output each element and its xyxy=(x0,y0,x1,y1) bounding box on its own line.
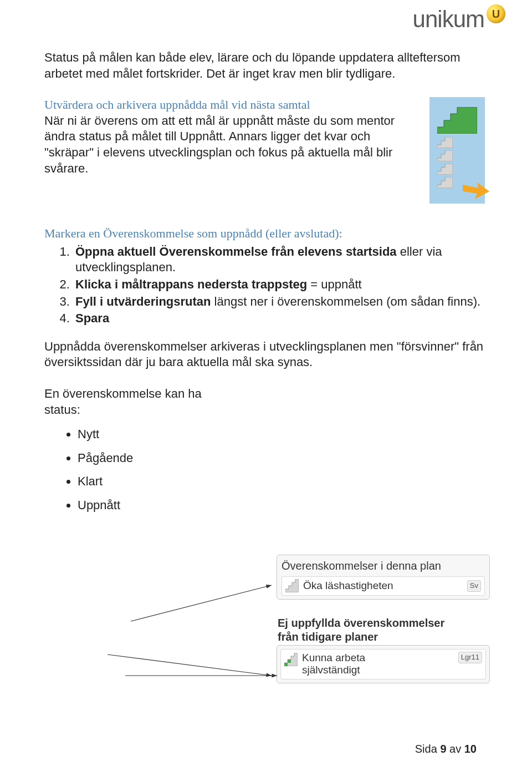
step-item: Fyll i utvärderingsrutan längst ner i öv… xyxy=(73,294,485,310)
step-item: Klicka i måltrappans nedersta trappsteg … xyxy=(73,277,485,293)
arrow-pointer-icon xyxy=(463,178,489,200)
heading-evaluate: Utvärdera och arkivera uppnådda mål vid … xyxy=(44,97,420,113)
curriculum-badge: Lgr11 xyxy=(458,652,482,663)
step-item: Spara xyxy=(73,311,485,327)
brand-logo: unikum U xyxy=(413,4,505,35)
status-item-nytt: Nytt xyxy=(78,427,485,443)
agreement-item[interactable]: Öka läshastigheten Sv xyxy=(282,576,485,596)
goal-stair-illustration xyxy=(429,97,485,204)
status-item-pagaende: Pågående xyxy=(78,450,485,466)
subject-badge: Sv xyxy=(467,580,481,592)
status-item-uppnatt: Uppnått xyxy=(78,498,485,514)
stair-mini-icon xyxy=(285,579,299,592)
paragraph-intro: Status på målen kan både elev, lärare oc… xyxy=(44,50,485,82)
unfulfilled-item[interactable]: Kunna arbeta självständigt Lgr11 xyxy=(280,649,486,680)
steps-list: Öppna aktuell Överenskommelse från eleve… xyxy=(44,244,485,327)
status-list: Nytt Pågående Klart Uppnått xyxy=(44,427,485,513)
svg-line-2 xyxy=(131,585,272,621)
stair-step-icon xyxy=(437,177,453,188)
unfulfilled-panel-title: Ej uppfyllda överenskommelser från tidig… xyxy=(278,616,490,644)
unfulfilled-item-label: Kunna arbeta självständigt xyxy=(302,652,365,677)
heading-mark-done: Markera en Överenskommelse som uppnådd (… xyxy=(44,226,485,242)
unfulfilled-panel: Kunna arbeta självständigt Lgr11 xyxy=(277,645,490,684)
svg-rect-1 xyxy=(288,660,291,663)
agreements-panel: Överenskommelser i denna plan Öka läshas… xyxy=(277,555,490,600)
stair-mini-green-icon xyxy=(284,653,298,666)
paragraph-evaluate: När ni är överens om att ett mål är uppn… xyxy=(44,113,420,176)
stair-step-icon xyxy=(437,150,453,161)
status-item-klart: Klart xyxy=(78,474,485,490)
brand-text: unikum xyxy=(413,4,484,35)
status-intro: En överenskommelse kan ha status: xyxy=(44,386,233,418)
stair-step-icon xyxy=(437,137,453,148)
svg-rect-0 xyxy=(284,663,288,666)
brand-badge-icon: U xyxy=(487,4,505,23)
stair-step-icon xyxy=(437,164,453,175)
svg-line-3 xyxy=(108,655,272,676)
agreement-item-label: Öka läshastigheten xyxy=(303,579,393,593)
step-item: Öppna aktuell Överenskommelse från eleve… xyxy=(73,244,485,276)
agreements-panel-title: Överenskommelser i denna plan xyxy=(282,559,485,573)
stair-top-icon xyxy=(437,107,477,134)
page-footer: Sida 9 av 10 xyxy=(415,742,477,756)
paragraph-archive: Uppnådda överenskommelser arkiveras i ut… xyxy=(44,339,485,371)
